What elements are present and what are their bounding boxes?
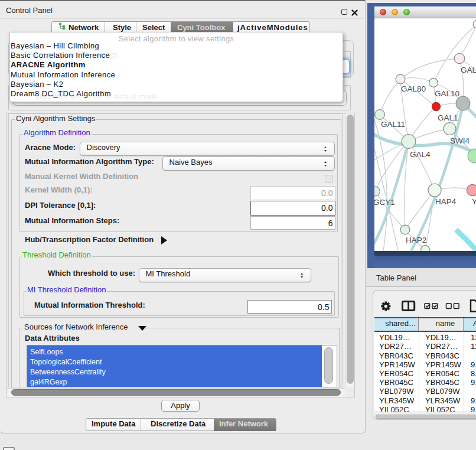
svg-text:GAL11: GAL11 — [381, 120, 405, 129]
svg-text:HAP2: HAP2 — [406, 236, 426, 244]
svg-text:YDR1: YDR1 — [472, 197, 476, 206]
svg-text:SWI4: SWI4 — [450, 136, 470, 145]
svg-text:HAP4: HAP4 — [435, 197, 457, 206]
svg-text:GAL2: GAL2 — [461, 66, 476, 74]
svg-text:GCY1: GCY1 — [374, 198, 395, 207]
svg-text:GAL4: GAL4 — [410, 150, 431, 159]
svg-text:GAL80: GAL80 — [401, 84, 426, 93]
svg-text:GAL10: GAL10 — [435, 89, 459, 98]
svg-text:GAL1: GAL1 — [438, 113, 458, 122]
